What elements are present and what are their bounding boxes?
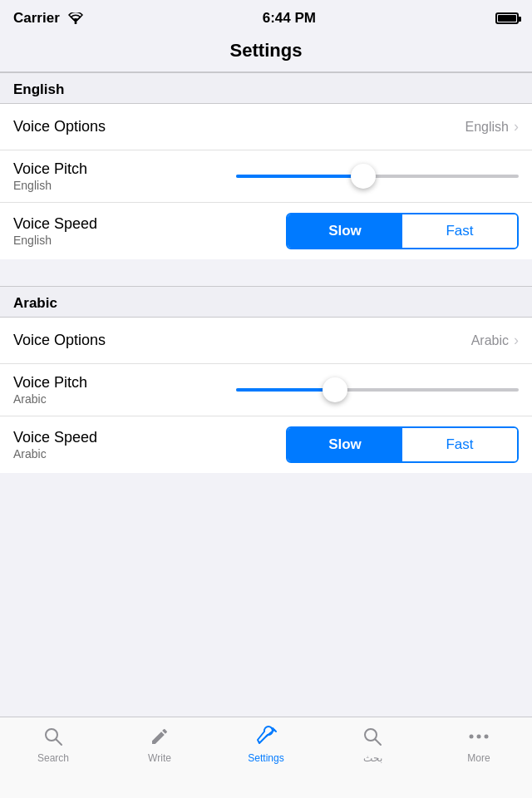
voice-speed-arabic-sublabel: Arabic — [13, 447, 97, 461]
spacer-2 — [0, 473, 532, 500]
tab-more-label: More — [467, 752, 490, 764]
voice-pitch-english-slider[interactable] — [236, 175, 519, 178]
tab-search[interactable]: Search — [0, 724, 106, 764]
spacer-1 — [0, 259, 532, 286]
seg-fast-english[interactable]: Fast — [402, 214, 517, 248]
chevron-icon: › — [514, 118, 519, 135]
voice-options-arabic-row[interactable]: Voice Options Arabic › — [0, 318, 532, 364]
svg-point-8 — [477, 735, 481, 739]
section-arabic: Arabic Voice Options Arabic › Voice Pitc… — [0, 286, 532, 473]
tab-more[interactable]: More — [426, 724, 532, 764]
svg-point-9 — [485, 735, 489, 739]
tab-settings-label: Settings — [248, 752, 283, 764]
tab-write[interactable]: Write — [106, 724, 213, 764]
settings-icon — [254, 724, 278, 749]
tab-arabic-search[interactable]: بحث — [319, 724, 426, 764]
status-bar: Carrier 6:44 PM — [0, 0, 532, 37]
voice-speed-english-row: Voice Speed English Slow Fast — [0, 203, 532, 259]
voice-options-arabic-label: Voice Options — [13, 332, 106, 349]
seg-fast-arabic[interactable]: Fast — [402, 428, 517, 461]
carrier-label: Carrier — [13, 10, 60, 27]
voice-speed-arabic-row: Voice Speed Arabic Slow Fast — [0, 416, 532, 473]
more-icon — [466, 724, 491, 749]
section-english: English Voice Options English › Voice Pi… — [0, 72, 532, 259]
voice-pitch-arabic-sublabel: Arabic — [13, 392, 87, 406]
voice-speed-arabic-segmented[interactable]: Slow Fast — [286, 426, 519, 463]
page-title: Settings — [0, 37, 532, 72]
tab-bar: Search Write Settings — [0, 717, 532, 798]
voice-speed-arabic-label: Voice Speed — [13, 429, 97, 446]
english-table: Voice Options English › Voice Pitch Engl… — [0, 104, 532, 259]
tab-search-label: Search — [37, 752, 69, 764]
voice-pitch-arabic-slider[interactable] — [236, 388, 519, 392]
voice-speed-english-segmented[interactable]: Slow Fast — [286, 213, 519, 249]
svg-point-7 — [470, 735, 474, 739]
section-header-english: English — [0, 72, 532, 104]
battery-icon — [495, 12, 519, 24]
search-icon — [41, 724, 66, 749]
voice-speed-english-sublabel: English — [13, 234, 97, 247]
voice-options-english-label: Voice Options — [13, 118, 106, 135]
arabic-search-icon — [360, 724, 385, 749]
content-area: English Voice Options English › Voice Pi… — [0, 72, 532, 748]
status-time: 6:44 PM — [263, 10, 316, 27]
seg-slow-english[interactable]: Slow — [288, 214, 402, 248]
voice-speed-english-label: Voice Speed — [13, 215, 97, 233]
svg-line-3 — [266, 730, 274, 736]
tab-settings[interactable]: Settings — [213, 724, 319, 764]
chevron-icon-arabic: › — [514, 332, 519, 349]
tab-arabic-search-label: بحث — [363, 752, 382, 764]
svg-line-6 — [376, 740, 382, 746]
voice-pitch-english-label: Voice Pitch — [13, 160, 87, 178]
tab-write-label: Write — [148, 752, 171, 764]
voice-pitch-arabic-label: Voice Pitch — [13, 374, 87, 392]
voice-options-english-row[interactable]: Voice Options English › — [0, 104, 532, 150]
svg-point-0 — [74, 22, 76, 24]
pencil-icon — [147, 724, 172, 749]
voice-pitch-english-sublabel: English — [13, 179, 87, 192]
section-header-arabic: Arabic — [0, 286, 532, 318]
voice-options-english-value: English — [466, 120, 509, 135]
voice-pitch-english-row: Voice Pitch English — [0, 150, 532, 203]
voice-options-arabic-value: Arabic — [471, 333, 509, 348]
voice-pitch-arabic-row: Voice Pitch Arabic — [0, 364, 532, 416]
seg-slow-arabic[interactable]: Slow — [288, 428, 402, 461]
arabic-table: Voice Options Arabic › Voice Pitch Arabi… — [0, 318, 532, 473]
svg-line-2 — [57, 740, 62, 746]
wifi-icon — [68, 12, 83, 24]
